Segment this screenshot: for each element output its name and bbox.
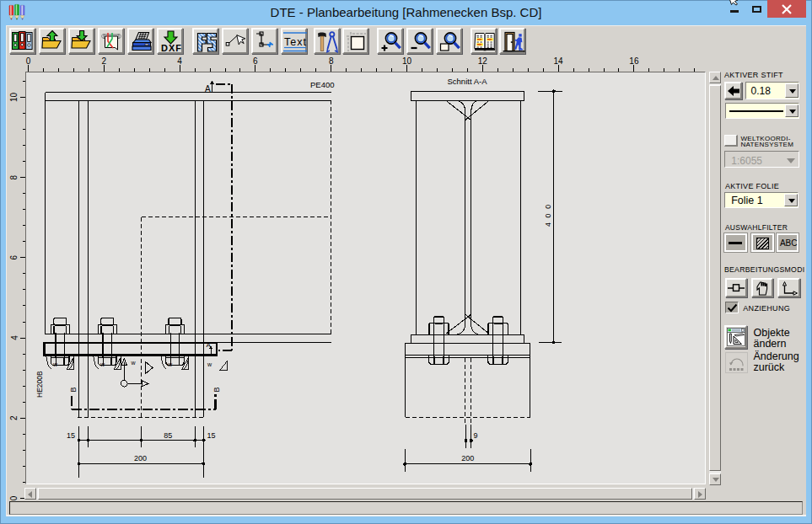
svg-text:200: 200 <box>461 454 474 463</box>
svg-text:Schnitt A-A: Schnitt A-A <box>448 77 488 86</box>
svg-text:2: 2 <box>10 415 19 420</box>
svg-text:6: 6 <box>10 255 19 260</box>
svg-text:200: 200 <box>134 454 147 463</box>
svg-text:15: 15 <box>207 431 215 440</box>
svg-text:14: 14 <box>554 56 564 66</box>
svg-text:w: w <box>99 361 105 367</box>
svg-text:9: 9 <box>474 431 478 440</box>
svg-text:10: 10 <box>10 92 19 102</box>
svg-text:HE200B: HE200B <box>35 371 44 398</box>
svg-text:4: 4 <box>177 56 182 66</box>
svg-text:400: 400 <box>544 205 552 227</box>
svg-text:0: 0 <box>26 56 31 66</box>
svg-text:6: 6 <box>253 56 258 66</box>
svg-text:16: 16 <box>629 56 639 66</box>
svg-text:w: w <box>131 360 137 366</box>
svg-text:15: 15 <box>67 431 75 440</box>
svg-text:w: w <box>167 361 173 367</box>
svg-text:4: 4 <box>10 335 19 340</box>
svg-text:PE400: PE400 <box>310 80 335 89</box>
svg-text:85: 85 <box>164 431 172 440</box>
svg-text:12: 12 <box>478 56 488 66</box>
svg-text:B: B <box>212 387 221 392</box>
svg-text:8: 8 <box>10 174 19 179</box>
svg-text:A: A <box>205 84 211 94</box>
svg-text:w: w <box>207 361 212 367</box>
svg-text:10: 10 <box>402 56 412 66</box>
svg-text:B: B <box>69 387 78 392</box>
svg-text:w: w <box>52 361 58 367</box>
svg-text:8: 8 <box>329 56 334 66</box>
svg-text:0: 0 <box>10 495 19 500</box>
svg-text:2: 2 <box>102 56 107 66</box>
